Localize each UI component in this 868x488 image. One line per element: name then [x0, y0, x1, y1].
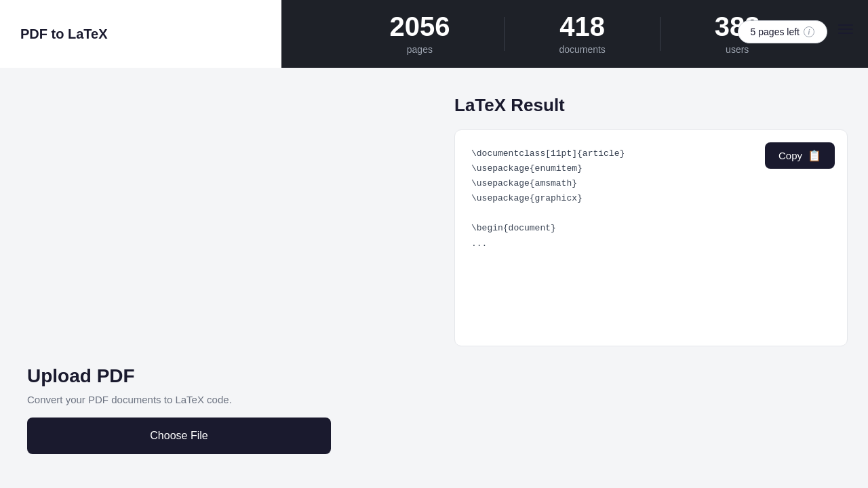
copy-icon: 📋	[808, 149, 821, 162]
stat-separator-1	[504, 17, 505, 51]
right-panel: LaTeX Result Copy 📋 \documentclass[11pt]…	[434, 68, 868, 488]
stat-documents: 418 documents	[559, 13, 605, 55]
stat-pages-label: pages	[389, 44, 450, 55]
upload-subtitle: Convert your PDF documents to LaTeX code…	[27, 394, 407, 405]
choose-file-button[interactable]: Choose File	[27, 418, 331, 454]
stat-documents-number: 418	[559, 13, 605, 40]
menu-icon	[838, 24, 853, 26]
menu-icon-line2	[838, 28, 853, 30]
stat-pages: 2056 pages	[389, 13, 450, 55]
stat-documents-label: documents	[559, 44, 605, 55]
result-box: Copy 📋 \documentclass[11pt]{article} \us…	[454, 129, 848, 346]
menu-icon-line3	[838, 33, 853, 34]
app-title: PDF to LaTeX	[20, 26, 108, 42]
upload-title: Upload PDF	[27, 365, 407, 387]
copy-button-label: Copy	[778, 150, 802, 161]
upload-section: Upload PDF Convert your PDF documents to…	[27, 365, 407, 454]
stat-pages-number: 2056	[389, 13, 450, 40]
menu-button[interactable]	[834, 20, 857, 38]
stat-users-label: users	[715, 44, 760, 55]
app-title-bar: PDF to LaTeX	[0, 0, 281, 68]
info-icon: i	[804, 26, 814, 37]
pages-left-button[interactable]: 5 pages left i	[738, 20, 827, 43]
copy-button[interactable]: Copy 📋	[765, 142, 835, 169]
result-title: LaTeX Result	[454, 95, 848, 116]
stat-separator-2	[660, 17, 660, 51]
left-panel: Upload PDF Convert your PDF documents to…	[0, 68, 434, 488]
pages-left-label: 5 pages left	[751, 26, 800, 37]
